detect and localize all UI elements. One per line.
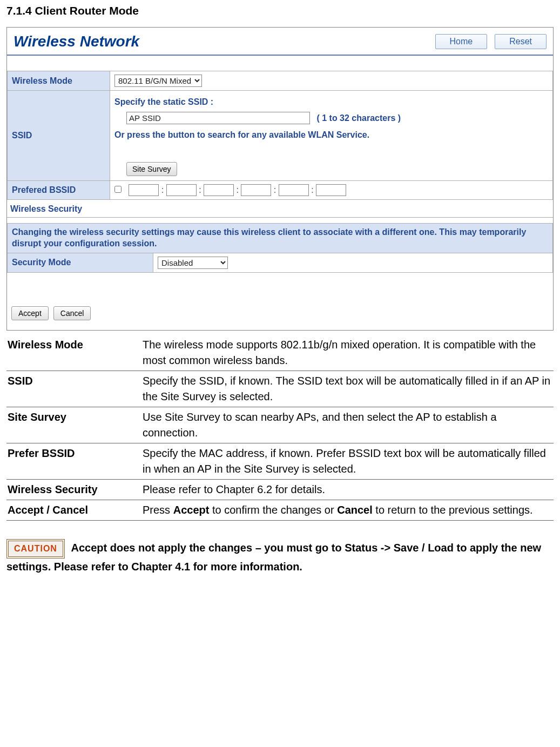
def-term: Accept / Cancel (6, 500, 141, 520)
def-desc: Specify the MAC address, if known. Prefe… (141, 443, 554, 479)
bssid-checkbox[interactable] (114, 186, 122, 193)
caution-icon: CAUTION (6, 539, 65, 558)
def-desc: Use Site Survey to scan nearby APs, and … (141, 407, 554, 443)
ssid-label: SSID (8, 91, 110, 181)
bssid-field-2[interactable] (166, 184, 197, 196)
ssid-input[interactable] (126, 112, 310, 124)
section-heading: 7.1.4 Client Router Mode (6, 4, 554, 17)
wireless-mode-select[interactable]: 802.11 B/G/N Mixed (114, 75, 202, 87)
bssid-field-1[interactable] (129, 184, 159, 196)
caution-note: CAUTION Accept does not apply the change… (6, 539, 554, 575)
def-term: SSID (6, 371, 141, 407)
wireless-config-table: Wireless Mode 802.11 B/G/N Mixed SSID Sp… (7, 71, 553, 200)
def-term: Wireless Mode (6, 335, 141, 371)
security-mode-select[interactable]: Disabled (158, 257, 228, 269)
security-config-table: Changing the wireless security settings … (7, 223, 553, 273)
def-desc: The wireless mode supports 802.11b/g/n m… (141, 335, 554, 371)
ssid-or-text: Or press the button to search for any av… (114, 130, 369, 139)
reset-button[interactable]: Reset (495, 34, 546, 49)
caution-text: Accept does not apply the changes – you … (6, 542, 541, 573)
bssid-field-6[interactable] (316, 184, 346, 196)
def-desc: Press Accept to confirm the changes or C… (141, 500, 554, 520)
def-term: Prefer BSSID (6, 443, 141, 479)
wireless-mode-label: Wireless Mode (8, 71, 110, 91)
site-survey-button[interactable]: Site Survey (126, 162, 177, 176)
bssid-field-3[interactable] (204, 184, 234, 196)
def-term: Site Survey (6, 407, 141, 443)
security-warning-text: Changing the wireless security settings … (8, 223, 553, 253)
bssid-label: Prefered BSSID (8, 180, 110, 199)
def-desc: Please refer to Chapter 6.2 for details. (141, 479, 554, 500)
def-desc: Specify the SSID, if known. The SSID tex… (141, 371, 554, 407)
bssid-field-5[interactable] (279, 184, 309, 196)
cancel-button[interactable]: Cancel (53, 306, 91, 320)
wireless-security-header: Wireless Security (7, 200, 553, 218)
home-button[interactable]: Home (435, 34, 488, 49)
router-ui-panel: Wireless Network Home Reset Wireless Mod… (6, 27, 554, 331)
ssid-static-text: Specify the static SSID : (114, 97, 213, 106)
page-title: Wireless Network (14, 33, 139, 50)
bssid-field-4[interactable] (241, 184, 271, 196)
security-mode-label: Security Mode (8, 253, 153, 272)
definitions-table: Wireless ModeThe wireless mode supports … (6, 335, 554, 521)
accept-button[interactable]: Accept (11, 306, 49, 320)
ssid-chars-hint: ( 1 to 32 characters ) (316, 113, 401, 123)
def-term: Wireless Security (6, 479, 141, 500)
